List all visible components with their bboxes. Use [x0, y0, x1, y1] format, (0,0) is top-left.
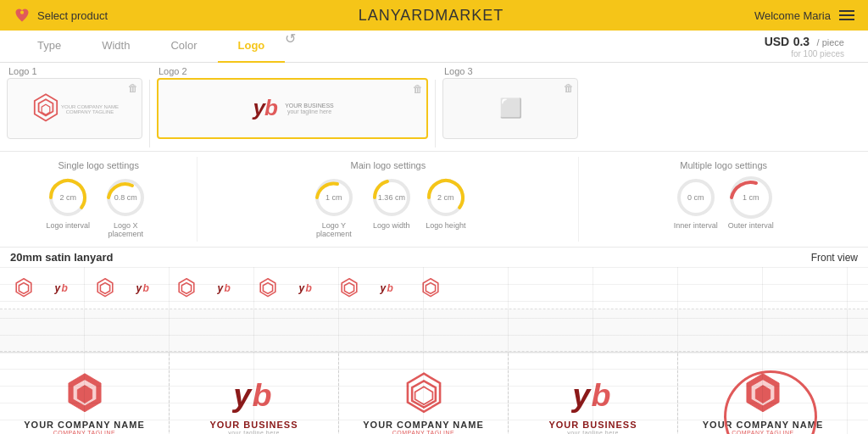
lanyard-preview: yb yb yb yb yb — [0, 267, 868, 434]
price-currency: USD — [765, 35, 790, 48]
tabs: Type Width Color Logo ↺ — [17, 31, 296, 63]
inner-interval-knob: 0 cm Inner interval — [674, 175, 718, 230]
svg-text:y: y — [380, 282, 387, 294]
svg-marker-2 — [39, 99, 53, 115]
bottom-tile-2: y b YOUR BUSINESS your tagline here — [170, 353, 339, 434]
hc-tile-1 — [14, 278, 34, 298]
hc-tile-2 — [95, 278, 115, 298]
logo2-label: Logo 2 — [157, 66, 428, 76]
logo-width-label: Logo width — [373, 221, 410, 230]
select-product-button[interactable]: Select product — [37, 9, 108, 22]
logo-interval-knob-wrapper[interactable]: 2 cm — [46, 175, 90, 220]
price-main: USD 0.3 / piece — [765, 34, 844, 49]
co-name-5: YOUR COMPANY NAME — [703, 420, 824, 430]
svg-point-0 — [20, 11, 24, 14]
co-tagline-5: COMPANY TAGLINE — [732, 430, 794, 435]
logo1-sub: YOUR COMPANY NAMECOMPANY TAGLINE — [61, 104, 119, 114]
tabbar: Type Width Color Logo ↺ USD 0.3 / piece … — [0, 31, 868, 63]
logo1-label: Logo 1 — [7, 66, 142, 76]
logo-height-value: 2 cm — [437, 193, 454, 202]
tab-width[interactable]: Width — [81, 31, 150, 63]
svg-text:b: b — [387, 282, 392, 294]
co-tagline-2: your tagline here — [228, 430, 280, 435]
svg-marker-42 — [415, 387, 432, 404]
logo-y-knob-wrapper[interactable]: 1 cm — [312, 175, 356, 220]
svg-marker-3 — [42, 104, 50, 114]
svg-marker-34 — [426, 282, 435, 293]
multiple-logo-settings: Multiple logo settings 0 cm Inner interv… — [579, 157, 868, 242]
logo-width-knob-wrapper[interactable]: 1.36 cm — [370, 175, 414, 220]
multiple-logo-title: Multiple logo settings — [680, 160, 767, 170]
outer-interval-knob: 1 cm Outer interval — [728, 175, 774, 230]
co-name-4: YOUR BUSINESS — [548, 420, 637, 430]
logo-height-knob: 2 cm Logo height — [424, 175, 468, 230]
logo-width-value: 1.36 cm — [378, 193, 405, 202]
logo2-delete-icon[interactable]: 🗑 — [413, 83, 423, 95]
main-logo-title: Main logo settings — [351, 160, 426, 170]
logo-height-knob-wrapper[interactable]: 2 cm — [424, 175, 468, 220]
brand-name: LANYARDMARKET — [359, 7, 504, 25]
hc-tile-3 — [176, 278, 197, 298]
refresh-icon[interactable]: ↺ — [285, 31, 296, 63]
bottom-tile-1: YOUR COMPANY NAME COMPANY TAGLINE — [0, 353, 170, 434]
co-tagline-4: your tagline here — [567, 430, 619, 435]
preview-area: 20mm satin lanyard Front view yb yb yb y… — [0, 248, 868, 434]
logo-interval-knob: 2 cm Logo interval — [46, 175, 90, 230]
honeycomb-icon-sm — [31, 93, 61, 124]
hamburger-line1 — [839, 10, 854, 12]
hc-tile-4 — [258, 278, 278, 298]
logo1-delete-icon[interactable]: 🗑 — [128, 82, 138, 94]
hc-large-3 — [741, 372, 785, 416]
brand-suffix: MARKET — [435, 7, 504, 24]
svg-marker-26 — [263, 282, 272, 293]
single-knobs-row: 2 cm Logo interval 0.8 cm Logo X placeme… — [46, 175, 151, 238]
yb-tile-2: yb — [136, 278, 156, 298]
hc-large-2 — [402, 372, 446, 416]
svg-marker-18 — [100, 282, 109, 293]
hc-large-1 — [63, 372, 107, 416]
hamburger-line3 — [839, 19, 854, 20]
logo-interval-value: 2 cm — [59, 193, 76, 202]
co-tagline-3: COMPANY TAGLINE — [392, 430, 455, 435]
svg-text:b: b — [142, 282, 148, 294]
lanyard-row-1: yb yb yb yb yb — [0, 267, 868, 309]
header-left: Select product — [14, 7, 108, 24]
yb-large-2: y b — [571, 372, 615, 416]
logo3-card[interactable]: 🗑 ⬜ — [442, 78, 578, 139]
tab-logo[interactable]: Logo — [218, 31, 286, 63]
separator2 — [435, 80, 436, 147]
bottom-tile-5: YOUR COMPANY NAME COMPANY TAGLINE — [678, 353, 848, 434]
tab-color[interactable]: Color — [150, 31, 217, 63]
co-tagline-1: COMPANY TAGLINE — [53, 430, 116, 435]
bottom-tile-3: YOUR COMPANY NAME COMPANY TAGLINE — [339, 353, 509, 434]
tab-type[interactable]: Type — [17, 31, 81, 63]
logo2-card[interactable]: 🗑 y b YOUR BUSINESSyour tagline here — [157, 78, 428, 139]
outer-interval-knob-wrapper[interactable]: 1 cm — [726, 173, 776, 222]
svg-text:b: b — [591, 376, 610, 412]
logo-x-knob: 0.8 cm Logo X placement — [100, 175, 151, 238]
logo3-delete-icon[interactable]: 🗑 — [564, 82, 574, 94]
logo1-group: Logo 1 🗑 YOUR COMPANY NAMECOMPANY TAGLIN… — [7, 66, 142, 139]
yb-large-1: y b — [232, 372, 276, 416]
logo1-card[interactable]: 🗑 YOUR COMPANY NAMECOMPANY TAGLINE — [7, 78, 142, 139]
hc-tile-5 — [339, 278, 359, 298]
co-name-1: YOUR COMPANY NAME — [24, 420, 145, 430]
header: Select product LANYARDMARKET Welcome Mar… — [0, 0, 868, 31]
brand-icon — [14, 7, 31, 24]
inner-interval-value: 0 cm — [687, 193, 704, 202]
logo-width-knob: 1.36 cm Logo width — [370, 175, 414, 230]
main-knobs-row: 1 cm Logo Y placement 1.36 cm Logo width — [309, 175, 468, 238]
welcome-text: Welcome Maria — [754, 9, 831, 22]
tile-row-1: yb yb yb yb yb — [0, 278, 868, 298]
logo-x-value: 0.8 cm — [114, 193, 137, 202]
svg-text:y: y — [571, 376, 592, 412]
hamburger-menu[interactable] — [839, 10, 854, 20]
hc-tile-6 — [420, 278, 441, 298]
inner-interval-knob-wrapper[interactable]: 0 cm — [674, 175, 718, 220]
preview-header: 20mm satin lanyard Front view — [0, 248, 868, 267]
logo-x-knob-wrapper[interactable]: 0.8 cm — [103, 175, 147, 220]
svg-text:b: b — [252, 376, 271, 412]
preview-title: 20mm satin lanyard — [10, 251, 113, 264]
settings-sections: Single logo settings 2 cm Logo interval — [0, 152, 868, 248]
brand-text: LANYARD — [359, 7, 436, 24]
